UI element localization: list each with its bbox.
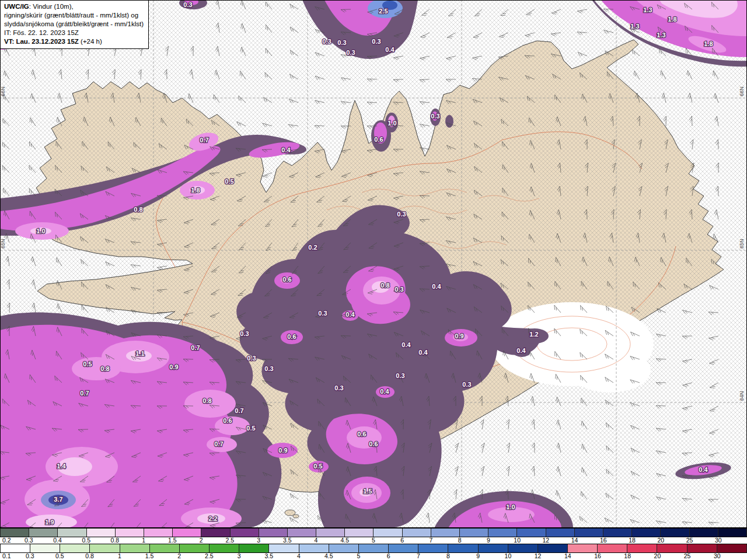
legend-value-label: 0.4 <box>53 537 62 544</box>
legend-value-label: 8 <box>446 552 450 559</box>
legend-value-label: 30 <box>715 537 722 544</box>
legend-value-label: 0.8 <box>111 537 120 544</box>
precip-value-label: 0.4 <box>516 347 526 354</box>
precip-value-label: 0.8 <box>100 365 109 372</box>
legend-cell <box>58 528 86 537</box>
legend-value-label: 2.5 <box>205 552 214 559</box>
latitude-label: 65N <box>0 239 6 249</box>
legend-cell <box>30 544 60 552</box>
precip-value-label: 0.3 <box>346 49 355 56</box>
precip-value-label: 0.9 <box>455 332 463 340</box>
legend-cell <box>690 528 718 537</box>
precip-value-label: 0.4 <box>699 466 708 473</box>
legend-cell <box>488 528 517 537</box>
legend-rain-scale: 0.10.30.50.811.522.533.544.5567891012141… <box>0 544 747 559</box>
precip-value-label: 0.4 <box>345 311 355 318</box>
legend-value-label: 18 <box>624 552 631 559</box>
map-canvas: 20W15W66N66N65N65N64N64N <box>0 0 747 528</box>
precip-value-label: 0.9 <box>169 363 178 370</box>
latitude-label: 66N <box>0 86 6 96</box>
legend-value-label: 0.3 <box>25 537 33 544</box>
precip-value-label: 0.3 <box>395 286 403 293</box>
legend-cell <box>259 528 288 537</box>
latitude-label: 64N <box>739 391 745 401</box>
legend-value-label: 14 <box>571 537 578 544</box>
legend-cell <box>627 544 657 552</box>
legend-value-label: 0.1 <box>2 552 11 559</box>
legend-value-label: 16 <box>600 537 607 544</box>
precip-value-label: 1.8 <box>668 16 676 23</box>
precip-value-label: 0.3 <box>318 310 327 317</box>
precip-value-label: 0.3 <box>372 38 381 45</box>
precip-value-label: 0.6 <box>357 430 366 438</box>
precip-value-label: 0.3 <box>396 372 404 379</box>
legend-color-bar <box>0 528 747 537</box>
info-line-5-valid-time: VT: Lau. 23.12.2023 15Z (+24 h) <box>4 37 144 46</box>
precip-value-label: 0.7 <box>80 390 89 397</box>
legend-cell <box>575 528 603 537</box>
legend-value-label: 2 <box>177 552 181 559</box>
legend-value-label: 6 <box>387 552 390 559</box>
legend-value-label: 0.2 <box>2 537 11 544</box>
legend-cell <box>448 544 478 552</box>
legend-value-label: 14 <box>564 552 571 559</box>
legend-cell <box>0 528 29 537</box>
model-name: UWC/IG <box>4 3 29 10</box>
legend-cell <box>632 528 661 537</box>
info-line-3: slydda/snjókoma (grátt/bleikt/grænt - mm… <box>4 20 144 29</box>
legend-value-label: 2.5 <box>226 537 235 544</box>
legend-cell <box>717 544 747 552</box>
legend-cell <box>144 528 173 537</box>
legend-cell <box>538 544 568 552</box>
legend-value-label: 4 <box>297 552 301 559</box>
info-line-1: UWC/IG: Vindur (10m), <box>4 2 144 11</box>
legend-value-label: 4 <box>315 537 318 544</box>
precip-value-label: 0.3 <box>334 384 343 391</box>
legend-cell <box>90 544 120 552</box>
precip-value-label: 0.3 <box>397 211 406 218</box>
legend-cell <box>568 544 598 552</box>
legend-cell <box>598 544 627 552</box>
legend-value-label: 25 <box>686 537 693 544</box>
precip-value-label: 2.2 <box>208 515 217 522</box>
legend-cell <box>718 528 747 537</box>
legend-value-label: 0.5 <box>82 537 90 544</box>
precip-value-label: 0.8 <box>203 397 211 404</box>
legend-value-label: 3 <box>257 537 260 544</box>
legend-value-label: 3.5 <box>264 552 273 559</box>
legend-cell <box>288 528 316 537</box>
legend-cell <box>657 544 687 552</box>
precip-value-label: 0.3 <box>247 355 256 362</box>
legend-value-labels: 0.10.30.50.811.522.533.544.5567891012141… <box>0 553 747 559</box>
legend-cell <box>508 544 538 552</box>
info-line-4-init-time: IT: Fös. 22. 12. 2023 15Z <box>4 29 144 37</box>
precip-value-label: 0.5 <box>225 178 233 185</box>
precip-value-label: 0.6 <box>374 136 383 143</box>
precip-value-label: 0.6 <box>223 417 232 424</box>
precip-value-label: 0.3 <box>337 39 346 46</box>
info-line-2: rigning/skúrir (grænt/blátt/rautt - mm/1… <box>4 11 144 20</box>
legend-cell <box>201 528 230 537</box>
legend-cell <box>479 544 508 552</box>
legend-cell <box>120 544 150 552</box>
legend-value-label: 0.8 <box>85 552 94 559</box>
legend-value-label: 1 <box>142 537 145 544</box>
legend-cell <box>269 544 299 552</box>
precip-value-label: 1.8 <box>704 40 713 47</box>
legend-value-labels: 0.20.30.40.50.811.522.533.544.5567891012… <box>0 537 747 544</box>
legend-cell <box>180 544 210 552</box>
legend-value-label: 16 <box>594 552 601 559</box>
legend-value-label: 20 <box>654 552 661 559</box>
legend-value-label: 0.5 <box>55 552 64 559</box>
precip-value-label: 0.5 <box>246 425 255 432</box>
legend-value-label: 5 <box>372 537 375 544</box>
forecast-map: 20W15W66N66N65N65N64N64N <box>0 0 747 528</box>
legend-value-label: 5 <box>357 552 360 559</box>
legend-cell <box>116 528 144 537</box>
legend-value-label: 6 <box>400 537 404 544</box>
precip-value-label: 0.4 <box>402 341 411 348</box>
legend-color-bar <box>0 544 747 553</box>
precip-value-label: 0.6 <box>287 333 296 340</box>
legend-value-label: 0.3 <box>26 552 34 559</box>
precip-value-label: 0.7 <box>214 440 223 447</box>
